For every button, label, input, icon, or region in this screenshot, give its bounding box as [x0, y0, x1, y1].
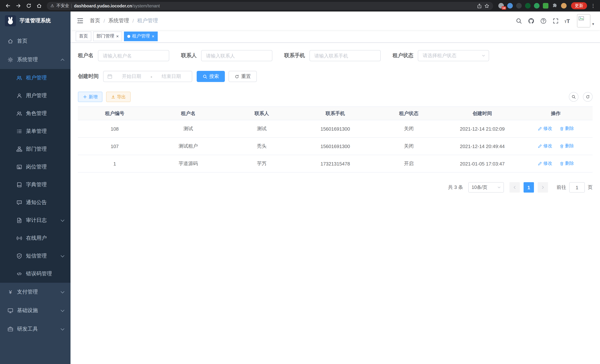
navbar: 首页 / 系统管理 / 租户管理 TT ▾ — [71, 11, 600, 30]
search-icon[interactable] — [516, 18, 522, 24]
sidebar-item-tenant-mgmt[interactable]: 租户管理 — [0, 69, 71, 87]
contact-input[interactable] — [201, 50, 272, 61]
sidebar-item-user-mgmt[interactable]: 用户管理 — [0, 87, 71, 105]
tab-home[interactable]: 首页 — [76, 31, 91, 41]
reload-button[interactable] — [24, 1, 33, 10]
filter-label: 租户名 — [78, 52, 94, 59]
update-button[interactable]: 更新 — [571, 2, 587, 9]
tenant-status-select[interactable]: 请选择租户状态 — [418, 50, 489, 61]
monitor-icon — [7, 308, 13, 314]
add-button[interactable]: 新增 — [78, 92, 103, 102]
extension-icon[interactable] — [543, 3, 548, 9]
delete-button[interactable]: 删除 — [559, 160, 574, 167]
col-contact: 联系人 — [225, 107, 299, 120]
user-avatar[interactable]: ▾ — [577, 14, 594, 28]
team-icon — [16, 111, 22, 117]
page-unit-label: 页 — [588, 184, 593, 191]
filter-create-time: 创建时间 开始日期 - 结束日期 — [78, 71, 192, 82]
breadcrumb-system-mgmt[interactable]: 系统管理 — [108, 18, 129, 24]
browser-home-button[interactable] — [34, 1, 44, 10]
extension-icon[interactable]: 10 — [498, 3, 504, 9]
edit-button[interactable]: 修改 — [538, 143, 552, 149]
sidebar-item-menu-mgmt[interactable]: 菜单管理 — [0, 122, 71, 140]
menu-fold-icon[interactable] — [76, 17, 84, 25]
sidebar-item-label: 字典管理 — [26, 181, 47, 188]
calendar-icon — [107, 74, 112, 79]
cell-status: 关闭 — [372, 138, 445, 155]
sidebar-item-dept-mgmt[interactable]: 部门管理 — [0, 140, 71, 158]
page-1-button[interactable]: 1 — [524, 182, 534, 193]
cell-contact: 芋艿 — [225, 155, 299, 172]
font-size-icon[interactable]: TT — [564, 18, 570, 24]
tenant-name-input[interactable] — [98, 50, 169, 61]
prev-page-button[interactable] — [509, 182, 520, 193]
extension-icon[interactable] — [534, 3, 540, 9]
toggle-search-button[interactable] — [569, 92, 579, 102]
browser-menu-icon[interactable]: ⋮ — [589, 3, 597, 9]
sidebar-item-role-mgmt[interactable]: 角色管理 — [0, 105, 71, 122]
security-label[interactable]: 不安全 — [56, 3, 69, 9]
help-icon[interactable] — [540, 18, 547, 24]
close-icon[interactable]: × — [152, 34, 154, 38]
create-time-range-picker[interactable]: 开始日期 - 结束日期 — [103, 71, 192, 82]
table-header-row: 租户编号 租户名 联系人 联系手机 租户状态 创建时间 操作 — [78, 107, 593, 120]
github-icon[interactable] — [528, 18, 534, 24]
url-bar[interactable]: ⚠ 不安全 dashboard.yudao.iocoder.cn/system/… — [47, 2, 493, 10]
col-status: 租户状态 — [372, 107, 445, 120]
extensions-puzzle-icon[interactable] — [552, 3, 558, 9]
close-icon[interactable]: × — [116, 34, 119, 38]
edit-button[interactable]: 修改 — [538, 160, 552, 167]
cell-contact: 秃头 — [225, 138, 299, 155]
back-button[interactable] — [3, 1, 13, 10]
code-icon — [16, 271, 22, 277]
edit-button[interactable]: 修改 — [538, 126, 552, 132]
sidebar-item-dict-mgmt[interactable]: 字典管理 — [0, 176, 71, 194]
sidebar-item-payment-mgmt[interactable]: ¥ 支付管理 — [0, 283, 71, 301]
sidebar-item-notice[interactable]: 通知公告 — [0, 194, 71, 212]
bookmark-star-icon[interactable] — [484, 3, 489, 8]
sidebar-item-online-users[interactable]: 在线用户 — [0, 229, 71, 247]
phone-input[interactable] — [309, 50, 381, 61]
app-logo[interactable]: 芋道管理系统 — [0, 11, 71, 30]
sidebar-submenu: 租户管理 用户管理 角色管理 菜单管理 — [0, 69, 71, 283]
tenant-table: 租户编号 租户名 联系人 联系手机 租户状态 创建时间 操作 108 测试 — [78, 106, 593, 173]
search-button-label: 搜索 — [209, 73, 219, 80]
refresh-table-button[interactable] — [583, 92, 593, 102]
sidebar-item-sms-mgmt[interactable]: 短信管理 — [0, 247, 71, 265]
share-icon[interactable] — [477, 3, 482, 8]
search-button[interactable]: 搜索 — [197, 71, 225, 82]
delete-button[interactable]: 删除 — [559, 143, 574, 149]
profile-avatar[interactable] — [561, 3, 567, 9]
export-button[interactable]: 导出 — [106, 92, 131, 102]
breadcrumb-home[interactable]: 首页 — [90, 18, 100, 24]
sidebar-item-post-mgmt[interactable]: 岗位管理 — [0, 158, 71, 176]
tab-tenant-mgmt[interactable]: 租户管理 × — [124, 31, 158, 41]
sidebar-item-system-mgmt[interactable]: 系统管理 — [0, 50, 71, 69]
reset-button[interactable]: 重置 — [229, 71, 257, 82]
end-date-placeholder: 结束日期 — [154, 73, 188, 80]
extension-icon[interactable] — [516, 3, 522, 9]
sidebar-item-dev-tools[interactable]: 研发工具 — [0, 320, 71, 338]
next-page-button[interactable] — [538, 182, 548, 193]
sidebar-item-infrastructure[interactable]: 基础设施 — [0, 301, 71, 320]
goto-page-input[interactable] — [569, 182, 585, 193]
cell-phone: 15601691300 — [299, 138, 372, 155]
chevron-down-icon — [61, 289, 64, 293]
forward-button[interactable] — [13, 1, 23, 10]
sidebar-item-audit-log[interactable]: 审计日志 — [0, 212, 71, 229]
total-count: 共 3 条 — [448, 184, 463, 191]
cell-created: 2021-12-14 20:49:44 — [445, 138, 519, 155]
sidebar-item-error-code-mgmt[interactable]: 错误码管理 — [0, 265, 71, 283]
extension-icon[interactable] — [525, 3, 531, 9]
sidebar-item-label: 错误码管理 — [26, 271, 52, 277]
sidebar-item-home[interactable]: 首页 — [0, 32, 71, 50]
tab-dept-mgmt[interactable]: 部门管理 × — [93, 31, 122, 41]
table-row: 1 芋道源码 芋艿 17321315478 开启 2021-01-05 17:0… — [78, 155, 593, 172]
yen-icon: ¥ — [7, 289, 13, 295]
cell-created: 2021-01-05 17:03:47 — [445, 155, 519, 172]
delete-button[interactable]: 删除 — [559, 126, 574, 132]
fullscreen-icon[interactable] — [552, 18, 559, 24]
page-size-select[interactable]: 10条/页 — [468, 182, 504, 193]
active-dot — [127, 35, 130, 38]
extension-icon[interactable] — [507, 3, 513, 9]
